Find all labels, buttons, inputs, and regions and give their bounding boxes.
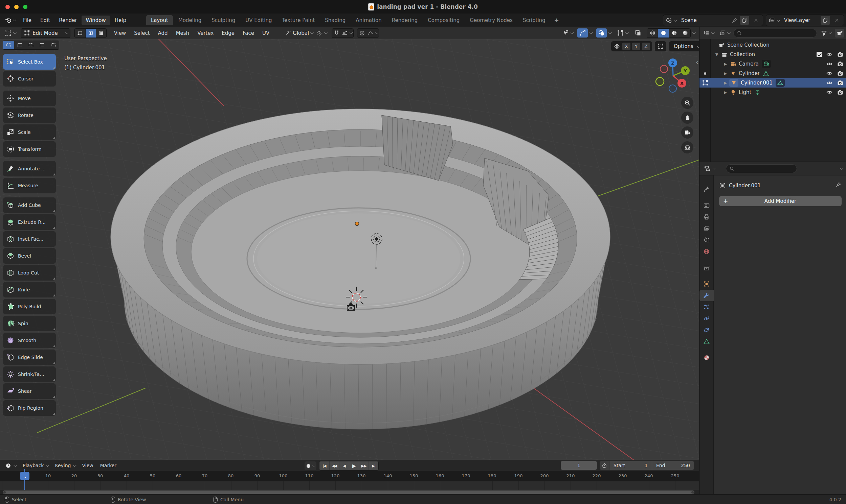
menu-view[interactable]: View (110, 29, 130, 37)
tool-poly-build[interactable]: Poly Build (3, 299, 56, 314)
tool-spin[interactable]: Spin (3, 316, 56, 331)
outliner-search-input[interactable] (733, 29, 817, 37)
timeline-editor-type-dropdown[interactable] (2, 461, 19, 470)
playhead-line[interactable] (24, 469, 25, 490)
new-scene-button[interactable] (740, 16, 749, 25)
tab-layout[interactable]: Layout (146, 15, 173, 25)
overlays-dropdown[interactable] (607, 31, 612, 35)
edit-mode-overlays-dropdown[interactable] (615, 29, 629, 37)
zoom-button[interactable] (681, 97, 693, 109)
snap-base-pill[interactable] (655, 41, 666, 51)
sidebar-collapse-arrow[interactable]: ‹ (696, 58, 698, 66)
tool-edge-slide[interactable]: Edge Slide (3, 349, 56, 365)
tool-smooth[interactable]: Smooth (3, 332, 56, 348)
landing-pad-mesh[interactable] (111, 109, 610, 429)
menu-window[interactable]: Window (82, 16, 110, 25)
mode-selector-dropdown[interactable]: Edit Mode (21, 29, 70, 38)
scene-name-field[interactable]: Scene (678, 17, 729, 23)
tab-particles[interactable] (700, 301, 714, 313)
tab-uv-editing[interactable]: UV Editing (241, 15, 276, 25)
tab-constraints[interactable] (700, 324, 714, 336)
view-layer-icon[interactable] (768, 17, 775, 24)
hide-eye-icon[interactable] (826, 51, 833, 58)
tool-select-box[interactable]: Select Box (3, 54, 56, 70)
tab-object[interactable] (700, 278, 714, 290)
menu-select[interactable]: Select (130, 29, 154, 37)
edit-mesh-data-badge[interactable] (776, 79, 785, 87)
properties-search-input[interactable] (726, 164, 797, 173)
menu-file[interactable]: File (19, 16, 36, 25)
object-origin-dot[interactable] (355, 222, 359, 226)
hide-eye-icon[interactable] (826, 79, 833, 86)
options-dropdown[interactable]: Options (669, 41, 699, 51)
expand-arrow-icon[interactable]: ▶ (723, 71, 728, 76)
tab-world[interactable] (700, 246, 714, 257)
disable-render-icon[interactable] (837, 51, 844, 58)
tool-extrude-region[interactable]: Extrude R... (3, 214, 56, 230)
tool-shrink-fatten[interactable]: Shrink/Fa... (3, 366, 56, 382)
tool-measure[interactable]: Measure (3, 178, 56, 193)
menu-add[interactable]: Add (154, 29, 172, 37)
edge-select-mode-button[interactable] (85, 29, 96, 37)
tool-annotate[interactable]: Annotate ... (3, 161, 56, 177)
xray-toggle[interactable] (633, 29, 643, 37)
properties-editor-type-dropdown[interactable] (702, 164, 716, 173)
tab-sculpting[interactable]: Sculpting (207, 15, 240, 25)
active-tool-dropdown[interactable] (3, 29, 17, 38)
tool-bevel[interactable]: Bevel (3, 248, 56, 264)
outliner-row-collection[interactable]: ▼ Collection (700, 50, 846, 59)
gizmo-minus-x-ball[interactable] (660, 65, 668, 73)
jump-to-end-button[interactable]: ▶| (368, 462, 378, 470)
view-layer-name-field[interactable]: ViewLayer (781, 17, 818, 23)
new-view-layer-button[interactable] (821, 16, 830, 25)
falloff-dropdown-chevron[interactable] (375, 31, 378, 34)
expand-arrow-icon[interactable]: ▶ (723, 90, 728, 95)
play-button[interactable]: ▶ (349, 462, 359, 470)
chevron-down-icon[interactable] (777, 18, 780, 22)
mirror-z-button[interactable]: Z (642, 42, 650, 50)
disable-render-icon[interactable] (837, 70, 844, 77)
pan-hand-button[interactable] (681, 111, 693, 124)
jump-to-start-button[interactable]: |◀ (320, 462, 329, 470)
scene-icon[interactable] (665, 17, 672, 24)
disable-render-icon[interactable] (837, 60, 844, 67)
pin-id-icon[interactable] (835, 181, 842, 189)
zoom-window-button[interactable] (23, 5, 28, 9)
expand-arrow-icon[interactable]: ▶ (723, 81, 728, 85)
breadcrumb-object-name[interactable]: Cylinder.001 (729, 182, 761, 188)
snap-magnet-icon[interactable] (333, 30, 340, 36)
shading-dropdown[interactable] (691, 31, 696, 35)
menu-help[interactable]: Help (110, 16, 131, 25)
previous-keyframe-button[interactable]: ◀◀ (329, 462, 339, 470)
properties-options-dropdown[interactable] (838, 166, 844, 171)
collection-checkbox[interactable] (816, 52, 822, 57)
add-modifier-button[interactable]: + Add Modifier (719, 196, 842, 206)
tab-animation[interactable]: Animation (351, 15, 386, 25)
collapse-arrow-icon[interactable]: ▼ (714, 52, 719, 57)
tool-knife[interactable]: Knife (3, 282, 56, 298)
tab-shading[interactable]: Shading (320, 15, 350, 25)
vertex-select-mode-button[interactable] (75, 29, 85, 37)
close-window-button[interactable] (5, 5, 10, 9)
select-extend-mode-button[interactable] (14, 41, 25, 49)
outliner-row-light[interactable]: ▶ Light (700, 88, 846, 97)
wireframe-shading-button[interactable] (647, 29, 658, 37)
tool-transform[interactable]: Transform (3, 141, 56, 157)
camera-view-button[interactable] (681, 126, 693, 139)
falloff-curve-icon[interactable] (367, 30, 374, 36)
tab-tool[interactable] (700, 183, 714, 195)
camera-data-badge[interactable] (762, 60, 771, 68)
tab-material[interactable] (700, 352, 714, 363)
minimize-window-button[interactable] (14, 5, 19, 9)
show-overlays-toggle[interactable] (596, 29, 607, 37)
use-preview-range-button[interactable] (600, 461, 609, 470)
tab-physics[interactable] (700, 313, 714, 324)
menu-keying[interactable]: Keying (52, 462, 78, 469)
outliner-row-scene-collection[interactable]: Scene Collection (700, 40, 846, 50)
remove-view-layer-button[interactable] (832, 16, 842, 25)
outliner-display-mode-dropdown[interactable] (718, 29, 731, 37)
tab-collection[interactable] (700, 262, 714, 273)
timeline-ruler[interactable]: 1 10 20 30 40 50 60 70 80 90 100 110 120… (0, 471, 699, 481)
frame-end-field[interactable]: End250 (652, 461, 694, 470)
delete-scene-button[interactable] (751, 16, 761, 25)
